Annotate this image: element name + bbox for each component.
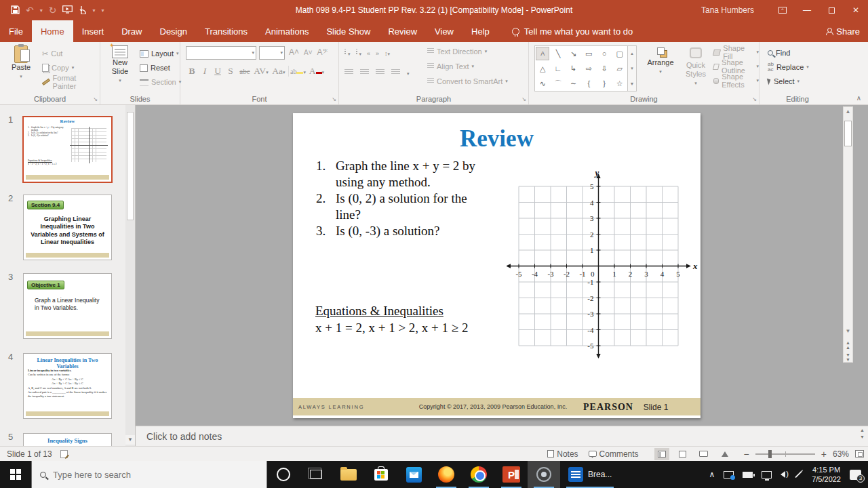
save-icon[interactable] [11,5,20,16]
volume-icon[interactable] [781,471,785,478]
paste-button[interactable]: Paste▾ [4,45,38,81]
tab-draw[interactable]: Draw [113,20,151,42]
equations-line[interactable]: x + 1 = 2, x + 1 > 2, x + 1 ≥ 2 [315,321,469,336]
shape-rectangle-icon[interactable]: ▭ [582,47,595,60]
taskbar-search-box[interactable] [31,461,267,488]
list-item[interactable]: Graph the line x + y = 2 by using any me… [315,158,486,190]
bullets-button[interactable]: ▾ [344,49,351,57]
touch-mode-dropdown-icon[interactable]: ▾ [92,7,95,14]
align-text-button[interactable]: Align Text▾ [427,60,474,73]
text-highlight-button[interactable]: ab▾ [288,66,307,77]
format-painter-button[interactable]: Format Painter [42,76,100,88]
shape-curve-icon[interactable]: ∼ [567,77,580,90]
slide-area-scrollbar[interactable]: ▲ ▼ ▲▲ ▼▼ [843,106,853,363]
collapse-ribbon-icon[interactable]: ∧ [856,94,861,102]
tab-insert[interactable]: Insert [73,20,113,42]
list-item[interactable]: Is (0, 2) a solution for the line? [315,190,486,223]
strikethrough-button[interactable]: abc [237,67,252,75]
taskbar-clock[interactable]: 4:15 PM7/5/2022 [812,465,841,484]
slide-thumbnail-3[interactable]: Objective 1 Graph a Linear Inequality in… [23,273,112,339]
task-view-button[interactable] [300,461,332,488]
shape-elbow-arrow-icon[interactable]: ↳ [567,62,580,75]
open-app-button[interactable]: Brea... [560,461,620,488]
clipboard-dialog-launcher-icon[interactable]: ↘ [93,96,98,102]
tab-review[interactable]: Review [379,20,426,42]
normal-view-button[interactable] [654,448,669,460]
start-button[interactable] [0,461,31,488]
shape-effects-button[interactable]: Shape Effects▾ [713,75,759,87]
restore-button[interactable] [819,0,844,20]
tab-transitions[interactable]: Transitions [196,20,256,42]
undo-dropdown-icon[interactable]: ▾ [40,7,43,14]
shape-line-icon[interactable]: ╲ [551,47,565,60]
reading-view-button[interactable] [696,448,711,460]
meet-now-icon[interactable] [724,471,734,479]
drawing-dialog-launcher-icon[interactable]: ↘ [752,96,757,102]
shape-left-brace-icon[interactable]: { [582,77,595,90]
customize-qat-icon[interactable]: ▾ [102,7,104,14]
shapes-gallery[interactable]: A ╲ ↘ ▭ ○ ▢ △ ∟ ↳ ⇨ ⇩ ▱ ∿ ⌒ ∼ { } ☆ [534,45,628,92]
tab-design[interactable]: Design [151,20,196,42]
network-icon[interactable] [762,471,772,479]
align-left-button[interactable] [344,69,353,76]
increase-indent-button[interactable]: » [376,49,379,57]
italic-button[interactable]: I [199,66,211,77]
shape-arc-icon[interactable]: ⌒ [551,77,565,90]
notes-toggle-button[interactable]: Notes [547,449,578,459]
copy-button[interactable]: Copy▾ [42,62,74,74]
scroll-up-icon[interactable]: ▲ [844,108,852,115]
tab-help[interactable]: Help [462,20,498,42]
font-size-combo[interactable]: ▾ [259,46,285,60]
windows-ink-icon[interactable] [794,474,803,475]
text-direction-button[interactable]: Text Direction▾ [427,45,487,58]
line-spacing-button[interactable]: ↕▾ [384,49,390,57]
comments-toggle-button[interactable]: Comments [589,449,639,459]
convert-smartart-button[interactable]: Convert to SmartArt▾ [427,75,508,87]
select-button[interactable]: Select▾ [768,75,800,87]
shrink-font-button[interactable]: A˅ [304,49,313,56]
slide-1[interactable]: Review Graph the line x + y = 2 by using… [293,113,701,418]
section-button[interactable]: Section▾ [140,76,181,88]
shape-elbow-icon[interactable]: ∟ [551,62,565,75]
search-input[interactable] [53,470,222,480]
tab-home[interactable]: Home [32,20,73,42]
notes-scroll-buttons[interactable]: ▲▼ [860,428,865,439]
tab-view[interactable]: View [426,20,462,42]
shape-textbox-icon[interactable]: A [536,47,549,60]
cortana-button[interactable] [267,461,300,488]
font-dialog-launcher-icon[interactable]: ↘ [332,96,336,102]
align-right-button[interactable] [376,69,384,76]
shape-oval-icon[interactable]: ○ [597,47,611,60]
paragraph-dialog-launcher-icon[interactable]: ↘ [521,96,526,102]
microsoft-store-button[interactable] [365,461,397,488]
replace-button[interactable]: abacReplace▾ [768,61,809,73]
scrollbar-thumb[interactable] [844,121,852,146]
change-case-button[interactable]: Aa▾ [270,66,288,77]
start-from-beginning-icon[interactable] [62,5,73,15]
hidden-icons-chevron[interactable]: ∧ [709,470,715,479]
reset-button[interactable]: Reset [140,62,170,74]
font-color-button[interactable]: A▾ [308,66,326,77]
shapes-gallery-scrollbar[interactable]: ▴▾▼ [628,45,637,92]
battery-icon[interactable] [743,472,753,478]
undo-icon[interactable]: ↶ [26,5,34,15]
notification-center-icon[interactable]: 3 [850,470,861,480]
notes-placeholder[interactable]: Click to add notes [146,431,222,442]
shape-outline-button[interactable]: Shape Outline▾ [713,60,759,73]
equations-heading[interactable]: Equations & Inequalities [315,304,443,319]
previous-slide-button[interactable]: ▲▲ [844,340,852,350]
powerpoint-button[interactable]: P [495,461,528,488]
slide-body-list[interactable]: Graph the line x + y = 2 by using any me… [315,158,486,239]
fit-to-window-icon[interactable] [855,450,864,458]
underline-button[interactable]: U [212,66,224,77]
numbering-button[interactable]: ▾ [356,49,362,57]
close-button[interactable]: ✕ [844,0,868,20]
slide-thumbnail-2[interactable]: Section 9.4 Graphing Linear Inequalities… [23,195,112,260]
slide-thumbnail-5[interactable]: Inequality Signs [23,433,112,446]
ribbon-display-options-button[interactable]: ^ [770,0,795,20]
coordinate-grid-graph[interactable]: -5-4-3-2-112345-5-4-3-2-1123450xy [507,169,698,367]
justify-button[interactable] [391,69,400,76]
new-slide-button[interactable]: New Slide▾ [104,45,136,85]
shape-scribble-icon[interactable]: ∿ [536,77,549,90]
character-spacing-button[interactable]: AV▾ [253,66,269,77]
